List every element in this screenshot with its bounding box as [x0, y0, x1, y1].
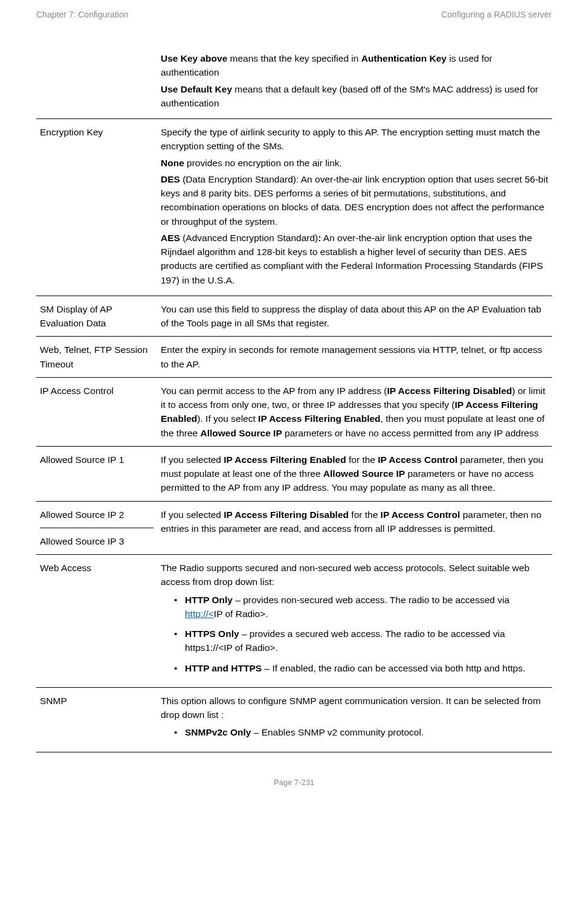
bullet-list: SNMPv2c Only – Enables SNMP v2 community…: [161, 725, 548, 739]
page-footer: Page 7-231: [36, 777, 552, 789]
desc-cell: If you selected IP Access Filtering Enab…: [157, 446, 552, 501]
attr-label: Allowed Source IP 2: [40, 508, 153, 528]
text: If you selected: [161, 509, 224, 520]
desc-cell: If you selected IP Access Filtering Disa…: [157, 501, 552, 555]
table-row: Encryption Key Specify the type of airli…: [36, 119, 552, 296]
text: for the: [346, 454, 378, 465]
list-item: HTTPS Only – provides a secured web acce…: [174, 627, 548, 655]
desc-cell: You can permit access to the AP from any…: [157, 377, 552, 446]
bold-text: Use Key above: [161, 53, 227, 63]
table-row: Allowed Source IP 1 If you selected IP A…: [36, 446, 552, 501]
text: If you selected: [161, 454, 224, 465]
bold-text: IP Access Filtering Enabled: [258, 413, 380, 424]
table-row: IP Access Control You can permit access …: [36, 377, 552, 446]
bold-text: SNMPv2c Only: [185, 727, 251, 737]
text: IP of Radio>.: [214, 609, 268, 619]
bold-text: HTTPS Only: [185, 629, 239, 639]
table-row: SM Display of AP Evaluation Data You can…: [36, 296, 552, 337]
table-row: SNMP This option allows to configure SNM…: [36, 687, 552, 752]
attr-cell: IP Access Control: [36, 377, 157, 446]
desc-cell: You can use this field to suppress the d…: [157, 296, 552, 337]
table-row: Web, Telnet, FTP Session Timeout Enter t…: [36, 337, 552, 378]
text: (Data Encryption Standard): An over-the-…: [161, 174, 548, 227]
text: – provides non-secured web access. The r…: [233, 595, 509, 605]
table-row: Use Key above means that the key specifi…: [36, 45, 552, 119]
bold-text: IP Access Control: [381, 509, 460, 520]
bold-text: IP Access Filtering Disabled: [224, 509, 349, 520]
bold-text: Use Default Key: [161, 84, 232, 94]
bold-text: IP Access Filtering Disabled: [387, 386, 512, 396]
table-row: Allowed Source IP 2 Allowed Source IP 3 …: [36, 501, 552, 555]
attr-cell-split: Allowed Source IP 2 Allowed Source IP 3: [36, 501, 157, 555]
page-header: Chapter 7: Configuration Configuring a R…: [36, 8, 552, 21]
table-row: Web Access The Radio supports secured an…: [36, 555, 552, 688]
list-item: SNMPv2c Only – Enables SNMP v2 community…: [174, 725, 548, 739]
bullet-list: HTTP Only – provides non-secured web acc…: [161, 593, 548, 675]
text: The Radio supports secured and non-secur…: [161, 561, 548, 589]
bold-text: Allowed Source IP: [323, 468, 405, 479]
attr-cell: SM Display of AP Evaluation Data: [36, 296, 157, 337]
desc-cell: Enter the expiry in seconds for remote m…: [157, 337, 552, 378]
bold-text: None: [161, 158, 184, 168]
attr-cell: SNMP: [36, 687, 157, 752]
bold-text: HTTP Only: [185, 595, 233, 605]
bold-text: Allowed Source IP: [201, 428, 282, 438]
text: ). If you select: [197, 413, 258, 424]
hyperlink[interactable]: http://<: [185, 609, 214, 619]
text: provides no encryption on the air link.: [184, 158, 342, 168]
bold-text: HTTP and HTTPS: [185, 663, 262, 673]
bold-text: IP Access Filtering Enabled: [224, 454, 346, 465]
header-right: Configuring a RADIUS server: [441, 8, 552, 21]
text: – Enables SNMP v2 community protocol.: [251, 727, 424, 737]
attr-label: Allowed Source IP 3: [40, 534, 153, 548]
bold-text: DES: [161, 174, 180, 184]
desc-cell: The Radio supports secured and non-secur…: [157, 555, 552, 688]
text: Specify the type of airlink security to …: [161, 125, 548, 154]
text: – If enabled, the radio can be accessed …: [262, 663, 525, 673]
header-left: Chapter 7: Configuration: [36, 8, 129, 21]
attr-cell: Web Access: [36, 555, 157, 688]
bold-text: IP Access Control: [378, 454, 457, 465]
attr-cell: Encryption Key: [36, 119, 157, 296]
desc-cell: Use Key above means that the key specifi…: [157, 45, 552, 119]
text: (Advanced Encryption Standard): [180, 233, 318, 243]
attr-cell-empty: [36, 45, 157, 119]
text: for the: [349, 509, 381, 520]
text: You can permit access to the AP from any…: [161, 386, 387, 396]
attr-cell: Web, Telnet, FTP Session Timeout: [36, 337, 157, 378]
text: means that the key specified in: [227, 53, 361, 63]
desc-cell: This option allows to configure SNMP age…: [157, 687, 552, 752]
bold-text: Authentication Key: [361, 53, 447, 63]
attr-cell: Allowed Source IP 1: [36, 446, 157, 501]
text: parameters or have no access permitted f…: [282, 428, 538, 438]
desc-cell: Specify the type of airlink security to …: [157, 119, 552, 296]
bold-text: AES: [161, 233, 180, 243]
list-item: HTTP and HTTPS – If enabled, the radio c…: [174, 661, 548, 675]
list-item: HTTP Only – provides non-secured web acc…: [174, 593, 548, 621]
config-table: Use Key above means that the key specifi…: [36, 45, 552, 752]
text: This option allows to configure SNMP age…: [161, 694, 548, 722]
